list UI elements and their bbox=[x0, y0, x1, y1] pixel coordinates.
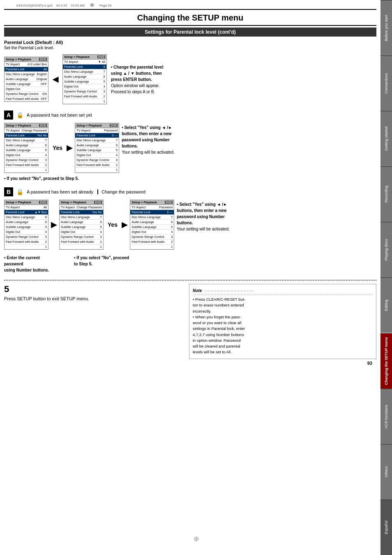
section-b-table-3: Setup > Playback DVD TV AspectPassword P… bbox=[130, 200, 174, 250]
yes-label-b: Yes bbox=[106, 221, 119, 228]
top-table-1: Setup > Playback DVD TV Aspect4:3 Letter… bbox=[4, 57, 48, 102]
page-title: Changing the SETUP menu bbox=[4, 13, 376, 23]
sidebar-tab-editing[interactable]: Editing bbox=[380, 277, 392, 333]
file-time: 10:02 AM bbox=[71, 4, 85, 7]
page-number: 93 bbox=[4, 359, 376, 367]
if-no-a: • If you select "No", proceed to Step 5. bbox=[4, 176, 376, 181]
step5-note-row: 5 Press SETUP button to exit SETUP menu.… bbox=[4, 284, 376, 359]
page-title-bar: Changing the SETUP menu bbox=[4, 9, 376, 26]
note-line-1: • Press CLEAR/C-RESET but- bbox=[193, 297, 373, 302]
section-b-mid-instruction: • If you select "No", proceed to Step 5. bbox=[74, 255, 136, 273]
sidebar-tab-getting-started[interactable]: Getting started bbox=[380, 111, 392, 166]
top-table-2: Setup > Playback DVD TV Aspect▼ All Pare… bbox=[62, 54, 107, 104]
note-line-4: • When you forget the pass- bbox=[193, 314, 373, 320]
sidebar-tab-espanol[interactable]: Español bbox=[380, 500, 392, 555]
top-section: Setup > Playback DVD TV Aspect4:3 Letter… bbox=[4, 54, 376, 104]
section-b-title-right: Change the password bbox=[101, 189, 145, 194]
step5-text: Press SETUP button to exit SETUP menu. bbox=[4, 296, 181, 301]
lock-icon-b: 🔒 bbox=[16, 189, 23, 195]
note-line-8: in option window. Password bbox=[193, 338, 373, 343]
section-a: A 🔒 A password has not been set yet Setu… bbox=[4, 111, 376, 181]
file-page: Page 93 bbox=[99, 4, 112, 7]
note-line-5: word or you want to clear all bbox=[193, 320, 373, 326]
arrow-b1: ▶ bbox=[51, 220, 57, 229]
note-line-10: levels will be set to All. bbox=[193, 349, 373, 355]
crop-mark-area: E9410UD(EN/SP)v1.qx3 04.3.22 10:02 AM ⊕ … bbox=[4, 0, 376, 8]
section-b: B 🔒 A password has been set already Chan… bbox=[4, 187, 376, 273]
right-sidebar: Before you start Connections Getting sta… bbox=[380, 0, 392, 555]
bottom-crosshair: ⊕ bbox=[194, 535, 199, 543]
section-a-letter: A bbox=[4, 111, 13, 120]
section-a-title: A password has not been set yet bbox=[27, 113, 92, 117]
dotted-divider bbox=[4, 280, 376, 281]
section-b-left-instruction: • Enter the current password using Numbe… bbox=[4, 255, 58, 273]
arrow-a: ▶ bbox=[67, 143, 72, 152]
note-line-7: 4,7,3,7 using Number buttons bbox=[193, 332, 373, 338]
sidebar-tab-others[interactable]: Others bbox=[380, 444, 392, 500]
arrow-right-top: ◀ bbox=[53, 75, 58, 84]
section-b-letter: B bbox=[4, 187, 13, 196]
section-a-table-1: Setup > Playback DVD TV AspectChange Pas… bbox=[4, 123, 48, 173]
section-header: Settings for Parental lock level (cont'd… bbox=[4, 28, 376, 37]
arrow-b2: ▶ bbox=[122, 220, 127, 229]
filename: E9410UD(EN/SP)v1.qx3 bbox=[16, 4, 53, 7]
file-date: 04.3.22 bbox=[56, 4, 67, 7]
sidebar-tab-connections[interactable]: Connections bbox=[380, 55, 392, 111]
sidebar-tab-playing-discs[interactable]: Playing discs bbox=[380, 222, 392, 277]
section-b-right-instructions: • Select "Yes" using ◄ /► buttons, then … bbox=[177, 201, 230, 232]
note-line-2: ton to erase numbers entered bbox=[193, 302, 373, 308]
note-line-6: settings in Parental lock, enter bbox=[193, 326, 373, 332]
parental-lock-section: Parental Lock (Default : All) Set the Pa… bbox=[4, 40, 376, 50]
step5-number: 5 bbox=[4, 284, 181, 295]
top-instructions: • Change the parental level using ▲ / ▼ … bbox=[111, 64, 163, 95]
step5-section: 5 Press SETUP button to exit SETUP menu. bbox=[4, 284, 181, 301]
section-a-table-2: Setup > Playback DVD TV AspectPassword P… bbox=[75, 123, 119, 173]
parental-lock-title: Parental Lock (Default : All) bbox=[4, 40, 376, 45]
note-box: Note • Press CLEAR/C-RESET but- ton to e… bbox=[189, 284, 376, 359]
note-line-3: incorrectly. bbox=[193, 309, 373, 314]
sidebar-tab-before-you-start[interactable]: Before you start bbox=[380, 0, 392, 55]
sidebar-tab-recording[interactable]: Recording bbox=[380, 166, 392, 222]
sidebar-tab-vcr[interactable]: VCR functions bbox=[380, 389, 392, 444]
note-line-9: will be cleared and parental bbox=[193, 343, 373, 349]
section-b-tables: Setup > Playback DVD TV AspectAll Parent… bbox=[4, 200, 376, 250]
section-b-table-2: Setup > Playback DVD TV AspectChange Pas… bbox=[59, 200, 104, 250]
parental-lock-subtitle: Set the Parental Lock level. bbox=[4, 46, 376, 50]
sidebar-tab-setup-menu[interactable]: Changing the SETUP menu bbox=[380, 333, 392, 389]
note-section: Note • Press CLEAR/C-RESET but- ton to e… bbox=[189, 284, 376, 359]
main-content: E9410UD(EN/SP)v1.qx3 04.3.22 10:02 AM ⊕ … bbox=[0, 0, 380, 367]
note-title: Note bbox=[193, 288, 373, 295]
section-a-instructions: • Select "Yes" using ◄ /► buttons, then … bbox=[122, 124, 175, 155]
section-b-table-1: Setup > Playback DVD TV AspectAll Parent… bbox=[4, 200, 48, 250]
section-b-title-left: A password has been set already bbox=[27, 189, 98, 194]
yes-label-a: Yes bbox=[51, 145, 64, 151]
lock-icon-a: 🔒 bbox=[16, 112, 23, 118]
